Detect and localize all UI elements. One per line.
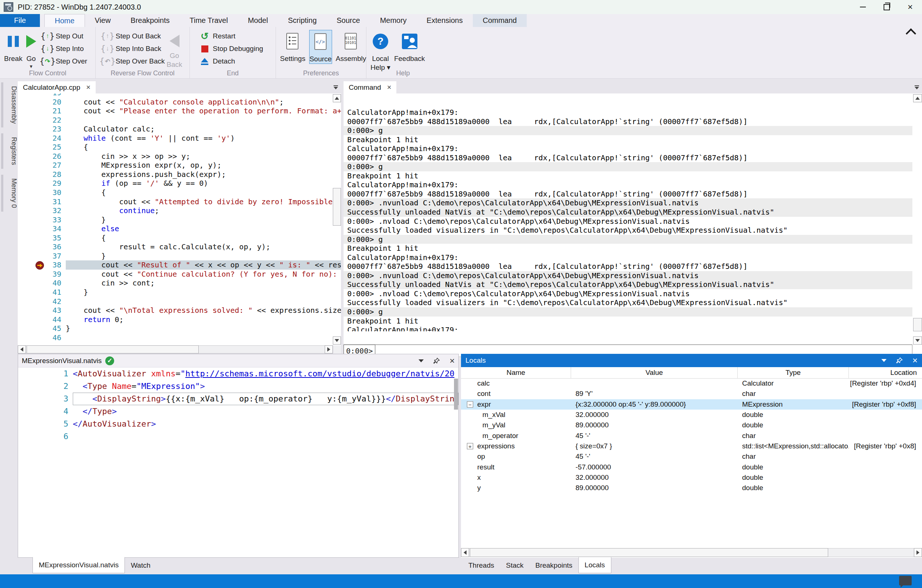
- line-number[interactable]: 33: [18, 215, 66, 225]
- locals-row-result[interactable]: result-57.000000double: [461, 462, 922, 472]
- restart-button[interactable]: ↺ Restart: [196, 30, 263, 42]
- locals-row-m-operator[interactable]: m_operator45 '-'char: [461, 430, 922, 441]
- line-number[interactable]: 19: [18, 93, 66, 98]
- source-line-45[interactable]: 45}: [18, 324, 341, 333]
- step-over-button[interactable]: {↷} Step Over: [39, 55, 88, 68]
- bottom-tab-stack[interactable]: Stack: [500, 558, 530, 573]
- code-text[interactable]: while (cont == 'Y' || cont == 'y'): [66, 134, 341, 143]
- pin-icon[interactable]: [433, 358, 440, 364]
- step-out-back-button[interactable]: {↑} Step Out Back: [100, 30, 165, 42]
- locals-row-cont[interactable]: cont89 'Y'char: [461, 389, 922, 399]
- source-line-25[interactable]: 25 {: [18, 142, 341, 152]
- source-line-31[interactable]: 31 cout << "Attempted to divide by zero!…: [18, 197, 341, 206]
- stop-debugging-button[interactable]: Stop Debugging: [196, 42, 263, 55]
- code-text[interactable]: {: [66, 188, 341, 197]
- line-number[interactable]: 26: [18, 152, 66, 161]
- line-number[interactable]: 39: [18, 270, 66, 279]
- menu-tab-time-travel[interactable]: Time Travel: [180, 14, 238, 27]
- source-hscroll-right[interactable]: [325, 345, 333, 353]
- line-number[interactable]: 38: [18, 260, 66, 270]
- locals-hscroll-left[interactable]: [461, 548, 469, 557]
- source-line-37[interactable]: 37 }: [18, 252, 341, 261]
- code-text[interactable]: [66, 333, 341, 342]
- code-text[interactable]: cout << "Please enter the operation to p…: [66, 106, 341, 116]
- line-number[interactable]: 46: [18, 333, 66, 342]
- code-text[interactable]: }: [66, 288, 341, 297]
- locals-row-expr[interactable]: −expr{x:32.000000 op:45 '-' y:89.000000}…: [461, 399, 922, 410]
- code-text[interactable]: cout << "Calculator console application\…: [66, 98, 341, 107]
- source-line-42[interactable]: 42: [18, 297, 341, 306]
- rail-tab-memory-0[interactable]: Memory 0: [5, 175, 18, 212]
- natvis-editor[interactable]: 1<AutoVisualizer xmlns="http://schemas.m…: [18, 368, 458, 557]
- code-text[interactable]: [73, 430, 458, 443]
- collapse-ribbon-icon[interactable]: [906, 28, 916, 39]
- command-vscroll-up[interactable]: [913, 94, 922, 102]
- code-text[interactable]: cout << "Continue calculation? (Y for ye…: [66, 270, 341, 279]
- line-number[interactable]: 37: [18, 252, 66, 261]
- locals-row-calc[interactable]: calcCalculator[Register 'rbp' +0xd4]: [461, 378, 922, 389]
- close-icon[interactable]: ×: [912, 357, 917, 364]
- code-text[interactable]: [66, 116, 341, 125]
- line-number[interactable]: 29: [18, 179, 66, 188]
- code-text[interactable]: Calculator calc;: [66, 124, 341, 134]
- source-line-28[interactable]: 28 expressions.push_back(expr);: [18, 170, 341, 179]
- source-line-33[interactable]: 33 }: [18, 215, 341, 225]
- locals-hscroll-thumb[interactable]: [470, 548, 828, 557]
- source-line-40[interactable]: 40 cin >> cont;: [18, 278, 341, 288]
- code-text[interactable]: cin >> cont;: [66, 278, 341, 288]
- menu-tab-breakpoints[interactable]: Breakpoints: [121, 14, 180, 27]
- source-hscroll-left[interactable]: [18, 345, 26, 353]
- collapse-icon[interactable]: −: [467, 401, 473, 407]
- line-number[interactable]: 36: [18, 242, 66, 252]
- line-number[interactable]: 35: [18, 234, 66, 243]
- code-text[interactable]: <AutoVisualizer xmlns="http://schemas.mi…: [73, 368, 458, 380]
- step-over-back-button[interactable]: {↶} Step Over Back: [100, 55, 165, 68]
- code-text[interactable]: cout << "Result of " << x << op << y << …: [66, 260, 341, 270]
- line-number[interactable]: 42: [18, 297, 66, 306]
- source-hscroll-thumb[interactable]: [26, 345, 199, 353]
- line-number[interactable]: 44: [18, 315, 66, 324]
- command-vscroll-thumb[interactable]: [913, 318, 922, 331]
- locals-column-header-value[interactable]: Value: [571, 367, 738, 378]
- line-number[interactable]: 24: [18, 134, 66, 143]
- code-text[interactable]: [66, 297, 341, 306]
- source-line-44[interactable]: 44 return 0;: [18, 315, 341, 324]
- code-text[interactable]: continue;: [66, 206, 341, 215]
- locals-row-y[interactable]: y89.000000double: [461, 483, 922, 493]
- locals-column-header-type[interactable]: Type: [738, 367, 849, 378]
- line-number[interactable]: 27: [18, 161, 66, 170]
- pin-icon[interactable]: [896, 357, 903, 364]
- natvis-line-4[interactable]: 4 </Type>: [18, 405, 458, 418]
- menu-tab-memory[interactable]: Memory: [370, 14, 417, 27]
- code-text[interactable]: else: [66, 224, 341, 234]
- menu-tab-source[interactable]: Source: [327, 14, 370, 27]
- line-number[interactable]: 34: [18, 224, 66, 234]
- line-number[interactable]: 23: [18, 124, 66, 134]
- code-text[interactable]: }: [66, 324, 341, 333]
- source-mode-button[interactable]: </> Source: [309, 30, 332, 64]
- go-dropdown-caret[interactable]: ▼: [29, 64, 33, 69]
- locals-row-op[interactable]: op45 '-'char: [461, 451, 922, 462]
- detach-button[interactable]: Detach: [196, 55, 263, 68]
- tab-command[interactable]: Command ×: [343, 81, 396, 93]
- go-button[interactable]: Go ▼: [26, 30, 36, 69]
- code-text[interactable]: {: [66, 142, 341, 152]
- code-text[interactable]: result = calc.Calculate(x, op, y);: [66, 242, 341, 252]
- restore-button[interactable]: [875, 0, 898, 14]
- chevron-down-icon[interactable]: [881, 359, 886, 362]
- tab-close-icon[interactable]: ×: [387, 83, 392, 91]
- code-text[interactable]: return 0;: [66, 315, 341, 324]
- natvis-line-1[interactable]: 1<AutoVisualizer xmlns="http://schemas.m…: [18, 368, 458, 380]
- source-line-30[interactable]: 30 {: [18, 188, 341, 197]
- menu-tab-scripting[interactable]: Scripting: [278, 14, 327, 27]
- bottom-tab-watch[interactable]: Watch: [125, 558, 156, 573]
- code-text[interactable]: <DisplayString>{{x:{m_xVal} op:{m_operat…: [73, 393, 458, 405]
- code-text[interactable]: </AutoVisualizer>: [73, 418, 458, 430]
- code-text[interactable]: cout << "Attempted to divide by zero! Im…: [66, 197, 341, 206]
- line-number[interactable]: 41: [18, 288, 66, 297]
- line-number[interactable]: 28: [18, 170, 66, 179]
- natvis-line-6[interactable]: 6: [18, 430, 458, 443]
- minimize-button[interactable]: [851, 0, 875, 14]
- source-line-39[interactable]: 39 cout << "Continue calculation? (Y for…: [18, 270, 341, 279]
- close-button[interactable]: ×: [898, 0, 922, 14]
